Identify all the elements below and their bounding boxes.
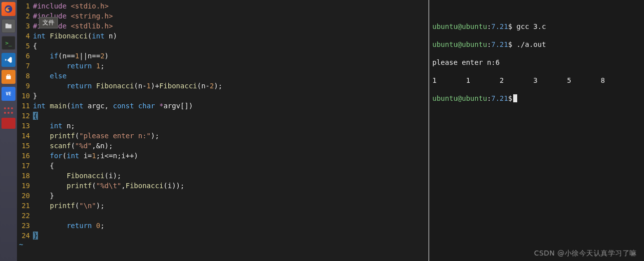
code-content: for(int i=1;i<=n;i++) <box>33 151 138 161</box>
line-number: 22 <box>17 211 33 221</box>
terminal-line: ubuntu@ubuntu:7.21$ ./a.out <box>432 40 641 49</box>
main-area: 文件 1#include <stdio.h>2#include <string.… <box>17 0 644 261</box>
code-line: 19 printf("%d\t",Fibonacci(i)); <box>17 181 428 191</box>
line-number: 10 <box>17 91 33 101</box>
code-content: #include <stdio.h> <box>33 1 109 11</box>
watermark-text: CSDN @小徐今天认真学习了嘛 <box>534 249 637 258</box>
code-content: int Fibonacci(int n) <box>33 31 117 41</box>
code-line: 11int main(int argc, const char *argv[]) <box>17 101 428 111</box>
code-content: { <box>33 41 37 51</box>
code-content: } <box>33 91 37 101</box>
terminal-prompt: ubuntu@ubuntu:7.21$ <box>432 94 641 103</box>
launcher-ve-icon[interactable]: VE <box>1 87 15 101</box>
terminal-output: 1 1 2 3 5 8 <box>432 76 641 85</box>
code-content: printf("\n"); <box>33 201 104 211</box>
code-line: 6 if(n==1||n==2) <box>17 51 428 61</box>
line-number: 7 <box>17 61 33 71</box>
line-number: 16 <box>17 151 33 161</box>
code-content: else <box>33 71 66 81</box>
launcher-app-icon[interactable] <box>1 118 15 129</box>
line-number: 5 <box>17 41 33 51</box>
code-line: 22 <box>17 211 428 221</box>
code-content: printf("please enter n:"); <box>33 131 159 141</box>
line-number: 12 <box>17 111 33 121</box>
line-number: 20 <box>17 191 33 201</box>
line-number: 21 <box>17 201 33 211</box>
line-number: 24 <box>17 231 33 241</box>
line-number: 1 <box>17 1 33 11</box>
launcher-firefox-icon[interactable] <box>1 2 15 16</box>
code-line: 12{ <box>17 111 428 121</box>
code-line: 9 return Fibonacci(n-1)+Fibonacci(n-2); <box>17 81 428 91</box>
line-number: 11 <box>17 101 33 111</box>
file-menu-label[interactable]: 文件 <box>39 17 58 28</box>
code-line: 20 } <box>17 191 428 201</box>
code-line: 13 int n; <box>17 121 428 131</box>
launcher-files-icon[interactable] <box>1 19 15 33</box>
code-line: 15 scanf("%d",&n); <box>17 141 428 151</box>
line-number: 15 <box>17 141 33 151</box>
line-number: 19 <box>17 181 33 191</box>
code-line: 3#include <stdlib.h> <box>17 21 428 31</box>
code-content: if(n==1||n==2) <box>33 51 109 61</box>
terminal-line: ubuntu@ubuntu:7.21$ gcc 3.c <box>432 22 641 31</box>
launcher-app-grid-icon[interactable] <box>3 106 13 115</box>
launcher-terminal-icon[interactable]: >_ <box>1 36 15 50</box>
line-number: 23 <box>17 221 33 231</box>
vim-tilde: ~ <box>17 241 428 249</box>
code-content: return 0; <box>33 221 104 231</box>
code-line: 2#include <string.h> <box>17 11 428 21</box>
line-number: 18 <box>17 171 33 181</box>
code-line: 17 { <box>17 161 428 171</box>
code-line: 5{ <box>17 41 428 51</box>
line-number: 9 <box>17 81 33 91</box>
line-number: 14 <box>17 131 33 141</box>
code-line: 4int Fibonacci(int n) <box>17 31 428 41</box>
code-content: return Fibonacci(n-1)+Fibonacci(n-2); <box>33 81 222 91</box>
code-line: 16 for(int i=1;i<=n;i++) <box>17 151 428 161</box>
vim-editor-pane[interactable]: 文件 1#include <stdio.h>2#include <string.… <box>17 0 429 261</box>
line-number: 6 <box>17 51 33 61</box>
code-content: } <box>33 231 38 241</box>
code-line: 14 printf("please enter n:"); <box>17 131 428 141</box>
code-line: 18 Fibonacci(i); <box>17 171 428 181</box>
code-content: return 1; <box>33 61 104 71</box>
svg-rect-1 <box>6 76 10 79</box>
code-line: 10} <box>17 91 428 101</box>
code-content: { <box>33 111 38 121</box>
code-line: 8 else <box>17 71 428 81</box>
line-number: 8 <box>17 71 33 81</box>
code-line: 21 printf("\n"); <box>17 201 428 211</box>
terminal-cursor <box>513 94 517 102</box>
code-content: Fibonacci(i); <box>33 171 121 181</box>
line-number: 4 <box>17 31 33 41</box>
terminal-pane[interactable]: ubuntu@ubuntu:7.21$ gcc 3.c ubuntu@ubunt… <box>429 0 644 261</box>
code-area: 1#include <stdio.h>2#include <string.h>3… <box>17 0 428 241</box>
code-line: 1#include <stdio.h> <box>17 1 428 11</box>
code-content: scanf("%d",&n); <box>33 141 113 151</box>
code-content: int n; <box>33 121 75 131</box>
line-number: 2 <box>17 11 33 21</box>
code-line: 23 return 0; <box>17 221 428 231</box>
line-number: 13 <box>17 121 33 131</box>
line-number: 17 <box>17 161 33 171</box>
launcher-software-icon[interactable] <box>1 70 15 84</box>
code-content: } <box>33 191 54 201</box>
launcher-dock: >_ VE <box>0 0 17 261</box>
code-line: 7 return 1; <box>17 61 428 71</box>
code-content: printf("%d\t",Fibonacci(i)); <box>33 181 184 191</box>
code-content: { <box>33 161 54 171</box>
line-number: 3 <box>17 21 33 31</box>
terminal-output: please enter n:6 <box>432 58 641 67</box>
launcher-vscode-icon[interactable] <box>1 53 15 67</box>
code-content: int main(int argc, const char *argv[]) <box>33 101 193 111</box>
code-line: 24} <box>17 231 428 241</box>
